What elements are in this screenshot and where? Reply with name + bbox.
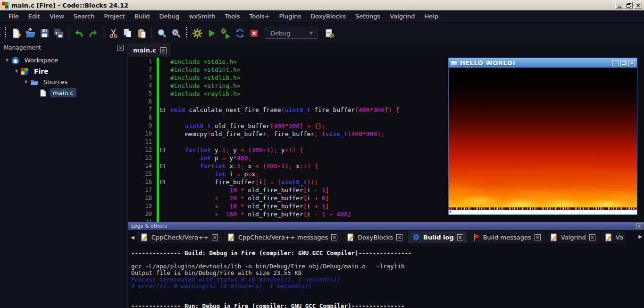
line-number: 2 (128, 66, 157, 74)
minimize-icon (618, 7, 621, 8)
menu-edit[interactable]: Edit (24, 11, 45, 21)
editor-tab-main-c[interactable]: main.c× (128, 43, 172, 57)
minimize-button[interactable] (615, 2, 623, 9)
line-number: 12 (128, 146, 157, 154)
hello-world-titlebar[interactable]: HELLO WORLD! – × (449, 58, 637, 68)
redo-button[interactable] (86, 26, 100, 40)
tree-label: main.c (50, 88, 76, 97)
hello-restore-button[interactable] (620, 60, 627, 66)
tab-close-icon[interactable]: × (396, 234, 402, 240)
expander-icon[interactable]: ▼ (3, 58, 11, 62)
fire-effect-canvas (449, 68, 637, 210)
tree-item-workspace[interactable]: ▼Workspace (0, 55, 127, 66)
line-number: 7 (128, 106, 157, 114)
logs-tab-valgrind[interactable]: Valgrind× (546, 231, 600, 243)
logs-close-icon[interactable]: × (636, 223, 642, 229)
tab-close-icon[interactable]: × (535, 234, 541, 240)
save-icon (39, 28, 50, 39)
logs-tab-cppcheck-vera-messages[interactable]: CppCheck/Vera++ messages× (224, 231, 342, 243)
abort-icon (249, 28, 259, 39)
tabs-scroll-left-button[interactable]: ◀ (130, 235, 135, 240)
code-text: + 20 * old_fire_buffer[i + 0] (167, 194, 329, 202)
menu-help[interactable]: Help (420, 11, 443, 21)
run-button[interactable] (204, 26, 218, 40)
build-button[interactable] (190, 26, 204, 40)
new-file-button[interactable] (9, 26, 23, 40)
tree-item-fire[interactable]: ▼Fire (0, 66, 127, 77)
tab-close-icon[interactable]: × (331, 234, 337, 240)
open-file-button[interactable] (23, 26, 37, 40)
tree-item-sources[interactable]: ▼Sources (0, 77, 127, 87)
abort-button[interactable] (247, 26, 261, 40)
menu-view[interactable]: View (45, 11, 69, 21)
menu-search[interactable]: Search (69, 11, 100, 21)
menu-file[interactable]: File (4, 11, 24, 21)
fold-margin[interactable] (159, 146, 167, 154)
rebuild-button[interactable] (233, 26, 247, 40)
menu-build[interactable]: Build (130, 11, 155, 21)
cut-button[interactable] (106, 26, 120, 40)
fold-margin[interactable] (159, 106, 167, 114)
menu-debug[interactable]: Debug (155, 11, 184, 21)
save-button[interactable] (37, 26, 51, 40)
copy-icon (122, 28, 133, 39)
fold-margin (159, 154, 167, 162)
fold-margin (159, 210, 167, 218)
fold-collapse-icon[interactable] (160, 164, 165, 168)
fold-margin (159, 130, 167, 138)
fold-collapse-icon[interactable] (160, 108, 165, 112)
hello-minimize-button[interactable]: – (612, 60, 619, 66)
line-number: 9 (128, 122, 157, 130)
expander-icon[interactable]: ▼ (12, 69, 21, 73)
restore-button[interactable] (625, 2, 633, 9)
logs-tab-doxyblocks[interactable]: DoxyBlocks× (343, 231, 407, 243)
replace-button[interactable]: R (169, 26, 183, 40)
logs-tab-cppcheck-vera[interactable]: CppCheck/Vera++× (137, 231, 222, 243)
menu-valgrind[interactable]: Valgrind (385, 11, 419, 21)
fold-margin (159, 138, 167, 146)
logs-tab-build-log[interactable]: Build log× (408, 231, 468, 243)
undo-button[interactable] (72, 26, 86, 40)
menu-plugins[interactable]: Plugins (275, 11, 306, 21)
management-close-icon[interactable]: × (117, 45, 124, 51)
close-button[interactable]: × (634, 2, 642, 9)
fold-margin[interactable] (159, 178, 167, 186)
save-all-button[interactable] (51, 26, 66, 40)
logs-panel: Logs & others × ◀CppCheck/Vera++×CppChec… (128, 222, 644, 308)
line-number: 4 (128, 82, 157, 90)
menu-settings[interactable]: Settings (351, 11, 385, 21)
build-and-run-button[interactable] (218, 26, 233, 40)
menu-tools[interactable]: Tools (220, 11, 245, 21)
tab-close-icon[interactable]: × (160, 47, 167, 53)
tree-item-main-c[interactable]: main.c (0, 87, 127, 98)
toolbar-gripper[interactable] (5, 27, 6, 39)
gear-icon (412, 233, 420, 241)
app-window: main.c [Fire] - Code::Blocks 24.12 × Fil… (0, 0, 644, 308)
tab-close-icon[interactable]: × (457, 234, 463, 240)
paste-button[interactable] (134, 26, 149, 40)
menu-tools[interactable]: Tools+ (245, 11, 275, 21)
menu-project[interactable]: Project (99, 11, 129, 21)
fold-margin (159, 114, 167, 122)
find-button[interactable] (155, 26, 169, 40)
tabs-scroll-right-button[interactable]: ▶ (637, 234, 643, 239)
copy-button[interactable] (120, 26, 134, 40)
build-target-select[interactable]: Debug▼ (266, 27, 318, 39)
tab-close-icon[interactable]: × (212, 234, 218, 240)
code-text: fire_buffer[i] = (uint8_t)(( (167, 178, 318, 186)
hello-close-button[interactable]: × (628, 60, 635, 66)
fold-collapse-icon[interactable] (160, 180, 165, 184)
fold-margin (159, 58, 167, 66)
menu-doxyblocks[interactable]: DoxyBlocks (306, 11, 351, 21)
expander-icon[interactable]: ▼ (22, 80, 30, 84)
tab-close-icon[interactable]: × (589, 234, 595, 240)
hello-world-window[interactable]: HELLO WORLD! – × (448, 58, 637, 215)
fold-margin[interactable] (159, 162, 167, 170)
toolbar-gripper[interactable] (186, 27, 187, 39)
fold-collapse-icon[interactable] (160, 148, 165, 152)
menu-wxsmith[interactable]: wxSmith (184, 11, 220, 21)
logs-tab-va[interactable]: Va (601, 231, 626, 243)
logs-tab-build-messages[interactable]: Build messages× (469, 231, 545, 243)
fold-margin (159, 186, 167, 194)
build-options-button[interactable] (322, 26, 336, 40)
